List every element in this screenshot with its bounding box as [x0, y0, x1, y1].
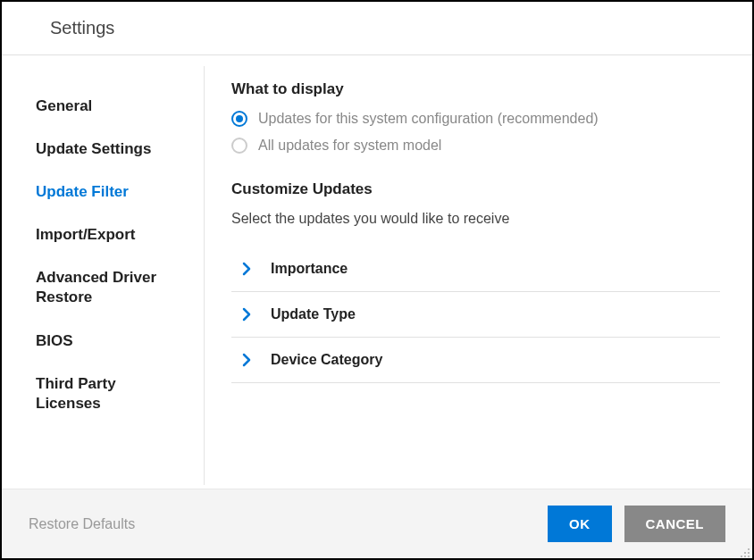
page-title: Settings [50, 18, 725, 38]
sidebar-item-third-party-licenses[interactable]: Third Party Licenses [36, 369, 179, 419]
svg-point-4 [744, 556, 746, 557]
main-panel: What to display Updates for this system … [205, 55, 752, 496]
svg-point-1 [744, 552, 746, 554]
sidebar-item-update-filter[interactable]: Update Filter [36, 177, 179, 207]
accordion-label: Importance [271, 261, 348, 277]
radio-option-system-config[interactable]: Updates for this system configuration (r… [231, 111, 720, 127]
header: Settings [2, 2, 752, 55]
sidebar-item-bios[interactable]: BIOS [36, 326, 179, 356]
accordion-item-device-category[interactable]: Device Category [231, 338, 720, 383]
sidebar: General Update Settings Update Filter Im… [2, 66, 205, 485]
sidebar-item-general[interactable]: General [36, 91, 179, 121]
svg-point-3 [741, 556, 742, 557]
svg-point-0 [748, 548, 750, 550]
display-radio-group: Updates for this system configuration (r… [231, 111, 720, 154]
chevron-right-icon [242, 262, 251, 276]
cancel-button[interactable]: CANCEL [624, 506, 726, 542]
accordion-item-importance[interactable]: Importance [231, 247, 720, 292]
radio-icon [231, 111, 247, 127]
radio-icon [231, 138, 247, 154]
ok-button[interactable]: OK [548, 506, 612, 542]
chevron-right-icon [242, 307, 251, 322]
sidebar-item-advanced-driver-restore[interactable]: Advanced Driver Restore [36, 263, 179, 313]
footer: Restore Defaults OK CANCEL [2, 489, 752, 558]
radio-label: All updates for system model [258, 138, 441, 154]
svg-point-5 [748, 556, 750, 557]
radio-option-all-updates[interactable]: All updates for system model [231, 138, 720, 154]
accordion-label: Update Type [271, 306, 356, 322]
customize-section-title: Customize Updates [231, 180, 720, 198]
accordion-label: Device Category [271, 352, 382, 368]
accordion: Importance Update Type Device Category [231, 247, 720, 383]
svg-point-2 [748, 552, 750, 554]
restore-defaults-link[interactable]: Restore Defaults [29, 516, 135, 532]
customize-subtitle: Select the updates you would like to rec… [231, 211, 720, 227]
sidebar-item-update-settings[interactable]: Update Settings [36, 134, 179, 164]
resize-grip-icon[interactable] [740, 546, 750, 556]
display-section-title: What to display [231, 80, 720, 98]
sidebar-item-import-export[interactable]: Import/Export [36, 220, 179, 250]
chevron-right-icon [242, 353, 251, 367]
accordion-item-update-type[interactable]: Update Type [231, 292, 720, 338]
content-area: General Update Settings Update Filter Im… [2, 55, 752, 496]
radio-label: Updates for this system configuration (r… [258, 111, 599, 127]
footer-buttons: OK CANCEL [548, 506, 725, 542]
radio-dot-icon [236, 115, 243, 122]
